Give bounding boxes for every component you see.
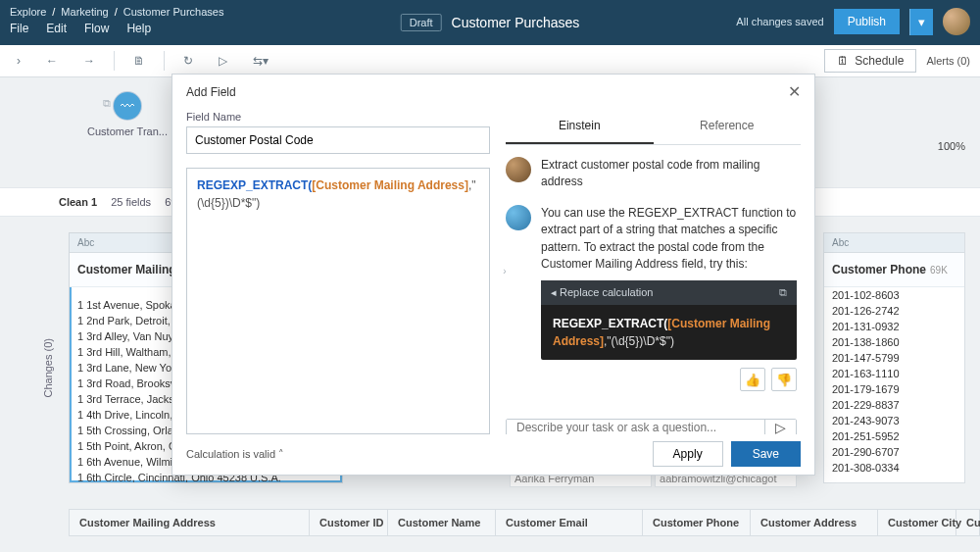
column-header[interactable]: Customer ID xyxy=(310,510,388,535)
field-title: Customer Phone69K xyxy=(824,253,964,287)
publish-button[interactable]: Publish xyxy=(834,9,900,34)
list-item[interactable]: 201-126-2742 xyxy=(824,303,964,319)
breadcrumb-marketing[interactable]: Marketing xyxy=(61,6,108,18)
assistant-prompt-bar: ▷ xyxy=(506,419,797,434)
divider xyxy=(114,51,115,71)
assistant-panel: › Einstein Reference Extract customer po… xyxy=(506,107,801,434)
column-header[interactable]: Customer Address xyxy=(751,510,878,535)
list-item[interactable]: 201-147-5799 xyxy=(824,350,964,366)
list-item[interactable]: 201-308-0334 xyxy=(824,460,964,476)
assistant-tabs: Einstein Reference xyxy=(506,107,801,144)
list-item[interactable]: 201-131-0932 xyxy=(824,319,964,334)
column-header[interactable]: Customer City xyxy=(878,510,956,535)
collapse-panel-icon[interactable]: › xyxy=(10,49,27,73)
alerts-indicator[interactable]: Alerts (0) xyxy=(926,55,970,67)
column-header[interactable]: Customer Stat xyxy=(956,510,980,535)
calculation-status[interactable]: Calculation is valid xyxy=(186,448,284,461)
flow-options-icon[interactable]: ⇆▾ xyxy=(246,49,275,73)
changes-rail[interactable]: Changes (0) xyxy=(39,217,57,519)
assistant-message: You can use the REGEXP_EXTRACT function … xyxy=(506,205,797,392)
field-count: 25 fields xyxy=(111,196,151,208)
list-item[interactable]: 201-163-1110 xyxy=(824,366,964,381)
list-item[interactable]: 201-290-6707 xyxy=(824,444,964,460)
menu-edit[interactable]: Edit xyxy=(46,22,67,35)
einstein-avatar-icon xyxy=(506,205,531,230)
autosave-status: All changes saved xyxy=(736,16,823,27)
node-label: Customer Tran... xyxy=(78,125,176,137)
duplicate-icon: ⧉ xyxy=(103,97,111,110)
user-avatar[interactable] xyxy=(943,8,970,35)
add-field-dialog: Add Field ✕ Field Name REGEXP_EXTRACT([C… xyxy=(172,74,815,476)
document-title: Customer Purchases xyxy=(452,15,580,30)
user-message-text: Extract customer postal code from mailin… xyxy=(541,157,797,191)
refresh-icon[interactable]: ↻ xyxy=(176,49,200,73)
calendar-icon: 🗓 xyxy=(837,54,849,68)
list-item[interactable]: 201-243-9073 xyxy=(824,413,964,428)
run-flow-icon[interactable]: ▷ xyxy=(212,49,234,73)
column-header[interactable]: Customer Phone xyxy=(643,510,751,535)
breadcrumb-doc[interactable]: Customer Purchases xyxy=(123,6,224,18)
draft-badge: Draft xyxy=(401,14,442,31)
field-card-customer-phone[interactable]: Abc Customer Phone69K 201-102-8603201-12… xyxy=(823,232,965,483)
app-topbar: Explore/ Marketing/ Customer Purchases F… xyxy=(0,0,980,45)
list-item[interactable]: 201-138-1860 xyxy=(824,334,964,350)
code-suggestion: Replace calculation ⧉ REGEXP_EXTRACT([Cu… xyxy=(541,280,797,360)
formula-editor[interactable]: REGEXP_EXTRACT([Customer Mailing Address… xyxy=(186,168,490,434)
panel-resize-handle[interactable]: › xyxy=(500,258,510,283)
breadcrumb-explore[interactable]: Explore xyxy=(10,6,46,18)
dialog-title: Add Field xyxy=(186,85,236,99)
zoom-level[interactable]: 100% xyxy=(938,140,965,152)
column-header[interactable]: Customer Mailing Address xyxy=(70,510,310,535)
tab-reference[interactable]: Reference xyxy=(654,107,802,144)
document-title-area: Draft Customer Purchases xyxy=(401,4,580,41)
publish-dropdown-button[interactable]: ▾ xyxy=(909,9,933,35)
flow-node[interactable]: ⧉▦ 〰 Customer Tran... xyxy=(78,97,176,137)
assistant-message-text: You can use the REGEXP_EXTRACT function … xyxy=(541,205,797,274)
user-message: Extract customer postal code from mailin… xyxy=(506,157,797,191)
list-item[interactable]: 201-229-8837 xyxy=(824,397,964,413)
user-avatar-icon xyxy=(506,157,531,182)
schedule-label: Schedule xyxy=(855,54,904,68)
save-button[interactable]: Save xyxy=(731,441,801,467)
field-name-label: Field Name xyxy=(186,111,490,123)
apply-button[interactable]: Apply xyxy=(653,441,723,467)
back-icon[interactable]: ← xyxy=(39,49,65,73)
thumbs-up-button[interactable]: 👍 xyxy=(740,368,765,391)
field-name-input[interactable] xyxy=(186,126,490,154)
schedule-button[interactable]: 🗓 Schedule xyxy=(824,49,916,73)
menu-help[interactable]: Help xyxy=(126,22,151,35)
close-icon[interactable]: ✕ xyxy=(788,82,801,101)
node-bubble-icon[interactable]: 〰 xyxy=(114,92,141,120)
save-draft-icon[interactable]: 🗎 xyxy=(126,49,152,73)
tab-einstein[interactable]: Einstein xyxy=(506,107,654,144)
data-grid-header: Customer Mailing Address Customer ID Cus… xyxy=(69,509,980,536)
list-item[interactable]: 201-251-5952 xyxy=(824,428,964,444)
field-type-badge: Abc xyxy=(824,233,964,253)
forward-icon[interactable]: → xyxy=(76,49,102,73)
copy-code-icon[interactable]: ⧉ xyxy=(779,286,787,299)
column-header[interactable]: Customer Email xyxy=(496,510,643,535)
pane-name[interactable]: Clean 1 xyxy=(59,196,97,208)
list-item[interactable]: 201-102-8603 xyxy=(824,287,964,303)
assistant-prompt-input[interactable] xyxy=(507,420,764,434)
changes-label: Changes (0) xyxy=(42,338,54,398)
divider xyxy=(164,51,165,71)
menu-file[interactable]: File xyxy=(10,22,28,35)
send-prompt-button[interactable]: ▷ xyxy=(764,420,796,434)
formula-panel: Field Name REGEXP_EXTRACT([Customer Mail… xyxy=(186,107,490,434)
replace-calculation-button[interactable]: Replace calculation xyxy=(551,286,653,299)
column-header[interactable]: Customer Name xyxy=(388,510,496,535)
menu-flow[interactable]: Flow xyxy=(84,22,109,35)
thumbs-down-button[interactable]: 👎 xyxy=(771,368,797,391)
list-item[interactable]: 201-179-1679 xyxy=(824,381,964,397)
